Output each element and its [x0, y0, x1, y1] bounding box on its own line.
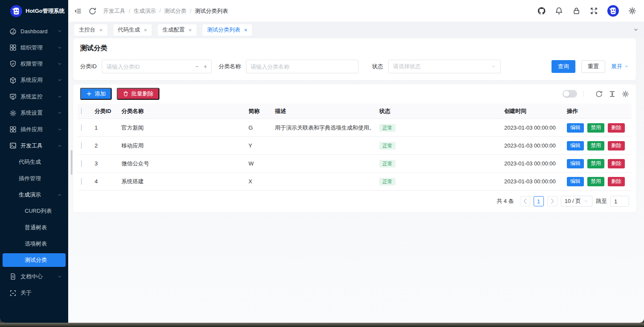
notifications-bell-icon[interactable]	[555, 7, 563, 15]
sidebar-item[interactable]: 代码生成	[0, 154, 68, 170]
sidebar-item[interactable]: 文档中心	[0, 268, 68, 284]
tab-active[interactable]: 测试分类列表×	[202, 24, 252, 36]
chevron-down-icon	[57, 45, 62, 50]
tab[interactable]: 主控台×	[74, 24, 107, 36]
lock-screen-icon[interactable]	[572, 7, 580, 15]
stepper-minus-icon[interactable]: −	[195, 63, 199, 70]
category-id-input[interactable]	[102, 60, 195, 73]
sidebar-item[interactable]: 系统设置	[0, 105, 68, 121]
breadcrumb: 开发工具/生成演示/测试分类/测试分类列表	[103, 7, 228, 15]
sidebar-item[interactable]: 关于	[0, 285, 68, 301]
status-select-placeholder: 请选择状态	[393, 63, 491, 70]
page-content: 测试分类 分类ID −+ 分类名称 状态 请选择状态	[68, 38, 644, 323]
close-icon[interactable]: ×	[244, 27, 248, 33]
delete-button[interactable]: 删除	[608, 159, 625, 168]
chevron-down-icon	[57, 29, 62, 34]
breadcrumb-item[interactable]: 生成演示	[134, 7, 156, 15]
batch-delete-button[interactable]: 批量删除	[117, 88, 159, 100]
edit-button[interactable]: 编辑	[567, 177, 584, 186]
pagination: 共 4 条 1 10 / 页 跳至	[73, 191, 636, 212]
column-header: 分类名称	[119, 107, 246, 115]
sidebar-item[interactable]: 系统监控	[0, 89, 68, 105]
edit-button[interactable]: 编辑	[567, 141, 584, 150]
next-page-button[interactable]	[547, 196, 557, 206]
sidebar-item[interactable]: 生成演示	[0, 187, 68, 203]
sidebar-item[interactable]: 开发工具	[0, 138, 68, 154]
sidebar-item[interactable]: CURD列表	[0, 203, 68, 219]
add-button[interactable]: 添加	[80, 88, 112, 100]
filter-row: 分类ID −+ 分类名称 状态 请选择状态 查询	[80, 60, 629, 73]
reset-button[interactable]: 重置	[581, 60, 605, 73]
tab[interactable]: 生成配置×	[158, 24, 196, 36]
close-icon[interactable]: ×	[99, 27, 103, 33]
sidebar-item-active[interactable]: 测试分类	[3, 253, 66, 267]
window-bottom-edge	[0, 323, 644, 327]
table-row: 1官方新闻G用于演示关联表和字典选项生成和使用。正常2023-01-03 00:…	[78, 119, 632, 137]
chevron-down-icon	[491, 64, 496, 69]
number-stepper: −+	[195, 63, 211, 70]
reload-page-icon[interactable]	[89, 7, 96, 15]
row-checkbox[interactable]	[81, 178, 82, 185]
sidebar-item[interactable]: 权限管理	[0, 56, 68, 72]
striped-toggle[interactable]	[563, 90, 577, 98]
refresh-table-icon[interactable]	[595, 90, 603, 98]
sidebar-item[interactable]: 选项树表	[0, 236, 68, 252]
filter-actions: 查询 重置 展开	[552, 60, 629, 73]
close-icon[interactable]: ×	[144, 27, 147, 33]
delete-button[interactable]: 删除	[608, 141, 625, 150]
stepper-plus-icon[interactable]: +	[204, 63, 207, 70]
app-window: HotGo管理系统 Dashboard组织管理权限管理系统应用系统监控系统设置插…	[0, 0, 644, 323]
sidebar-item-label: 代码生成	[19, 158, 68, 166]
breadcrumb-item[interactable]: 开发工具	[103, 7, 125, 15]
delete-button[interactable]: 删除	[608, 123, 625, 133]
sidebar: HotGo管理系统 Dashboard组织管理权限管理系统应用系统监控系统设置插…	[0, 0, 68, 323]
sidebar-scrollbar-thumb[interactable]	[71, 150, 72, 175]
settings-gear-icon[interactable]	[628, 7, 636, 15]
tab-label: 生成配置	[162, 26, 185, 34]
sidebar-item-label: 普通树表	[25, 224, 68, 232]
disable-button[interactable]: 禁用	[587, 141, 604, 150]
edit-button[interactable]: 编辑	[567, 159, 584, 168]
expand-filters-link[interactable]: 展开	[611, 63, 629, 70]
tab-list-chevron-down-icon[interactable]	[633, 27, 639, 33]
disable-button[interactable]: 禁用	[587, 123, 604, 133]
tab-bar: 主控台×代码生成×生成配置×测试分类列表×	[68, 22, 644, 38]
select-all-checkbox[interactable]	[81, 108, 82, 114]
current-page-button[interactable]: 1	[534, 196, 544, 206]
edit-button[interactable]: 编辑	[567, 123, 584, 133]
sidebar-item[interactable]: 系统应用	[0, 72, 68, 88]
disable-button[interactable]: 禁用	[587, 177, 604, 186]
row-checkbox[interactable]	[81, 142, 82, 149]
delete-button[interactable]: 删除	[608, 177, 625, 186]
sidebar-item[interactable]: 插件管理	[0, 171, 68, 187]
disable-button[interactable]: 禁用	[587, 159, 604, 168]
category-name-input[interactable]	[246, 60, 358, 73]
table-body: 1官方新闻G用于演示关联表和字典选项生成和使用。正常2023-01-03 00:…	[78, 119, 632, 191]
search-card: 测试分类 分类ID −+ 分类名称 状态 请选择状态	[73, 38, 636, 80]
sidebar-item-label: 插件管理	[19, 175, 68, 182]
breadcrumb-item[interactable]: 测试分类	[164, 7, 186, 15]
fullscreen-icon[interactable]	[590, 7, 598, 15]
column-header: 状态	[377, 107, 502, 115]
github-icon[interactable]	[537, 7, 546, 15]
breadcrumb-item[interactable]: 测试分类列表	[195, 7, 228, 15]
jump-page-input[interactable]	[610, 196, 629, 207]
search-button[interactable]: 查询	[552, 60, 575, 73]
table-cell: 2023-01-03 00:00:00	[502, 142, 564, 149]
sidebar-item[interactable]: 普通树表	[0, 220, 68, 236]
page-size-select[interactable]: 10 / 页	[561, 196, 592, 207]
column-settings-gear-icon[interactable]	[622, 90, 629, 98]
row-checkbox[interactable]	[81, 160, 82, 167]
sidebar-item[interactable]: 组织管理	[0, 39, 68, 55]
sidebar-item[interactable]: Dashboard	[0, 23, 68, 39]
row-density-icon[interactable]	[609, 90, 616, 98]
collapse-sidebar-icon[interactable]	[74, 7, 82, 15]
status-select[interactable]: 请选择状态	[388, 60, 501, 73]
prev-page-button[interactable]	[520, 196, 530, 206]
tab[interactable]: 代码生成×	[113, 24, 152, 36]
row-checkbox[interactable]	[81, 124, 82, 131]
logo-row[interactable]: HotGo管理系统	[0, 0, 68, 22]
user-avatar[interactable]	[607, 5, 619, 17]
sidebar-item[interactable]: 插件应用	[0, 121, 68, 137]
close-icon[interactable]: ×	[188, 27, 192, 33]
